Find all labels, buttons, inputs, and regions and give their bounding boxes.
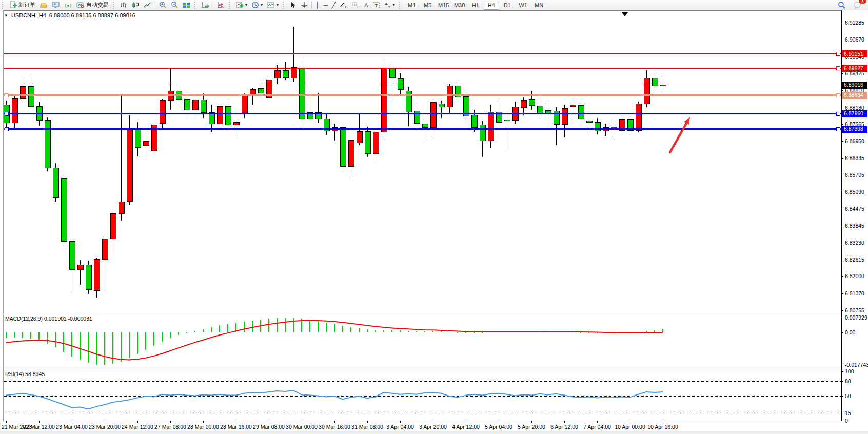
candle-body [447,86,452,107]
level-end-marker[interactable] [836,127,840,131]
axis-tick-label: 100 [845,368,854,374]
candle-body [644,78,649,104]
templates-button[interactable]: ▾ [265,0,281,10]
level-end-marker[interactable] [836,112,840,115]
candle-body [357,132,362,143]
periods-button[interactable]: ▾ [249,0,265,10]
candle-body [537,106,543,114]
candle[interactable] [53,163,58,201]
time-tick-label: 27 Mar 08:00 [154,424,186,430]
chart-shift-button[interactable] [215,0,227,10]
text-button[interactable]: A [362,0,370,10]
vertical-line-button[interactable]: │ [313,0,322,10]
timeframe-button-m30[interactable]: M30 [452,1,467,10]
macd-histogram-bar [457,332,458,333]
timeframe-button-m15[interactable]: M15 [436,1,451,10]
macd-histogram-bar [14,332,15,338]
candle-body [340,128,346,167]
macd-histogram-bar [375,330,376,332]
gold-button[interactable] [37,0,50,10]
candlestick-icon [132,2,140,9]
channel-icon: E [340,2,348,9]
level-end-marker[interactable] [836,67,840,70]
candle[interactable] [45,117,50,171]
level-end-marker[interactable] [836,52,840,56]
timeframe-button-d1[interactable]: D1 [500,1,515,10]
candle[interactable] [12,96,17,128]
macd-histogram-bar [293,318,294,332]
macd-histogram-bar [285,318,286,332]
level-start-marker[interactable] [5,112,8,115]
candle[interactable] [151,121,157,154]
community-chat-button[interactable]: 1 [851,0,864,10]
bar-chart-button[interactable] [118,0,130,10]
candle-body [636,104,641,131]
toolbar-grip[interactable] [2,2,6,9]
label-button[interactable]: T [370,0,382,10]
toolbar-grip[interactable] [229,2,232,9]
candle[interactable] [61,174,67,250]
macd-name: MACD(12,26,9) [5,315,43,322]
toolbar-grip[interactable] [399,2,403,9]
signal-button[interactable] [62,0,74,10]
crosshair-icon [301,2,308,9]
timeframe-button-m5[interactable]: M5 [420,1,436,10]
candle[interactable] [86,261,91,294]
price-badge-label: 6.89627 [844,65,863,71]
timeframe-button-h1[interactable]: H1 [468,1,483,10]
cursor-button[interactable] [288,0,299,10]
signal-icon [64,2,72,9]
auto-scroll-button[interactable] [200,0,211,10]
candlestick-button[interactable] [130,0,142,10]
zoom-in-button[interactable] [157,0,169,10]
timeframe-button-w1[interactable]: W1 [516,1,531,10]
search-button[interactable] [836,0,848,10]
timeframe-button-h4[interactable]: H4 [484,1,499,10]
horizontal-line-button[interactable]: ─ [322,0,330,10]
candle-body [12,99,17,123]
toolbar-grip[interactable] [283,2,286,9]
candle-body [233,122,239,125]
zoom-out-icon [171,1,179,9]
level-start-marker[interactable] [5,127,8,131]
fibonacci-button[interactable]: F [350,0,362,10]
crosshair-button[interactable] [299,0,310,10]
tile-windows-button[interactable] [181,0,192,10]
toolbar-grip[interactable] [113,2,116,9]
line-chart-button[interactable] [142,0,153,10]
level-end-marker[interactable] [836,93,840,97]
candle-body [242,96,247,114]
new-order-icon [9,1,17,9]
time-tick-label: 22 Mar 12:00 [23,424,55,430]
axis-tick-label: 6.83845 [845,223,864,229]
candle[interactable] [636,102,641,132]
chart-symbol-period: USDCNH-,H4 [11,12,46,18]
trendline-button[interactable]: ╱ [330,0,338,10]
channel-button[interactable]: E [338,0,350,10]
toolbar-grip[interactable] [194,2,198,9]
dropdown-caret-icon: ▾ [245,2,247,8]
chart-canvas[interactable]: 6.912856.906706.900406.894256.888106.881… [0,10,868,434]
time-tick-label: 29 Mar 08:00 [253,424,285,430]
rsi-value: 58.8945 [25,371,45,377]
candle[interactable] [340,123,346,171]
zoom-out-button[interactable] [169,0,181,10]
price-badge-label: 6.87960 [844,110,863,116]
macd-histogram-bar [162,332,163,342]
indicators-button[interactable]: ▾ [234,0,249,10]
new-order-button[interactable]: 新订单 [7,0,37,10]
candle-body [69,242,75,270]
autotrading-button[interactable]: 自动交易 [74,0,111,10]
arrows-button[interactable]: ▾ [382,0,397,10]
time-tick-label: 3 Apr 20:00 [419,424,447,430]
candle-body [586,121,592,123]
terminal-button[interactable] [50,0,62,10]
timeframe-button-m1[interactable]: M1 [404,1,420,10]
candle[interactable] [381,58,387,136]
timeframe-button-mn[interactable]: MN [531,1,547,10]
level-start-marker[interactable] [5,93,8,97]
dropdown-caret-icon: ▾ [393,2,395,8]
axis-tick-label: 6.86950 [845,138,864,144]
chart-dropdown-icon[interactable]: ▼ [4,13,8,18]
search-icon [838,1,846,9]
